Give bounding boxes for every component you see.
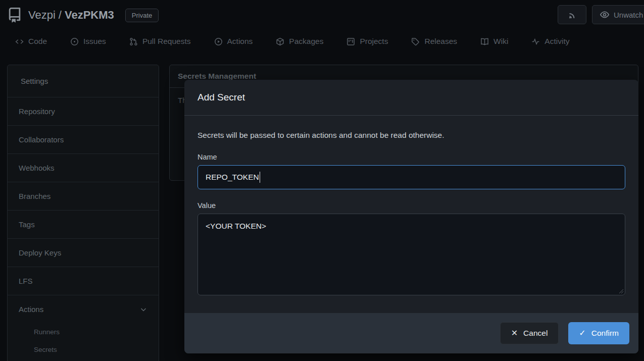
sidebar-item-deploy-keys[interactable]: Deploy Keys — [8, 239, 159, 267]
tab-projects[interactable]: Projects — [346, 37, 388, 46]
actions-icon — [214, 37, 223, 46]
repo-title: Vezpi/VezPKM3 — [28, 9, 114, 22]
sidebar-item-lfs[interactable]: LFS — [8, 267, 159, 295]
header-actions: Unwatch — [558, 5, 644, 24]
tab-releases[interactable]: Releases — [411, 37, 457, 46]
eye-icon — [600, 10, 610, 20]
activity-icon — [531, 37, 540, 46]
repo-owner-link[interactable]: Vezpi — [28, 9, 56, 21]
tab-label: Actions — [227, 37, 253, 46]
rss-feed-button[interactable] — [558, 5, 586, 24]
repo-book-icon — [7, 8, 22, 23]
code-icon — [15, 37, 24, 46]
sidebar-item-actions[interactable]: Actions — [8, 295, 159, 323]
sidebar-subitem-runners[interactable]: Runners — [8, 323, 159, 341]
private-badge: Private — [125, 9, 159, 22]
confirm-label: Confirm — [591, 329, 619, 338]
tag-icon — [411, 37, 420, 46]
tab-label: Wiki — [493, 37, 508, 46]
repo-header: Vezpi/VezPKM3 Private — [7, 5, 159, 25]
secret-value-field-wrap: <YOUR TOKEN> — [197, 214, 625, 295]
tab-label: Packages — [289, 37, 323, 46]
close-icon: ✕ — [511, 329, 518, 337]
resize-handle-icon[interactable] — [617, 287, 624, 294]
name-field-label: Name — [197, 153, 625, 161]
pull-request-icon — [129, 37, 138, 46]
tab-wiki[interactable]: Wiki — [480, 37, 508, 46]
cancel-button[interactable]: ✕ Cancel — [500, 322, 559, 344]
sidebar-item-repository[interactable]: Repository — [8, 97, 159, 126]
secret-name-input[interactable]: REPO_TOKEN — [197, 165, 625, 189]
tab-label: Activity — [544, 37, 569, 46]
project-icon — [346, 37, 355, 46]
tab-packages[interactable]: Packages — [276, 37, 323, 46]
tab-label: Pull Requests — [142, 37, 191, 46]
check-icon: ✓ — [579, 329, 585, 337]
sidebar-header-settings: Settings — [8, 65, 159, 97]
modal-header: Add Secret — [184, 80, 638, 116]
sidebar-item-branches[interactable]: Branches — [8, 182, 159, 211]
repo-title-separator: / — [59, 9, 62, 21]
modal-description: Secrets will be passed to certain action… — [197, 131, 625, 140]
rss-icon — [567, 9, 578, 20]
add-secret-modal: Add Secret Secrets will be passed to cer… — [184, 80, 638, 353]
chevron-down-icon — [139, 305, 147, 314]
unwatch-label: Unwatch — [614, 11, 643, 19]
tab-label: Projects — [360, 37, 388, 46]
package-icon — [276, 37, 284, 46]
tab-actions[interactable]: Actions — [214, 37, 253, 46]
sidebar-subitem-secrets[interactable]: Secrets — [8, 341, 159, 358]
secret-value-textarea[interactable]: <YOUR TOKEN> — [197, 214, 625, 295]
tab-code[interactable]: Code — [15, 37, 47, 46]
cancel-label: Cancel — [523, 329, 548, 338]
tab-label: Releases — [424, 37, 457, 46]
tab-pull-requests[interactable]: Pull Requests — [129, 37, 191, 46]
wiki-icon — [480, 37, 489, 46]
tab-label: Code — [28, 37, 47, 46]
settings-sidebar: Settings Repository Collaborators Webhoo… — [7, 65, 159, 361]
tab-activity[interactable]: Activity — [531, 37, 569, 46]
gitea-repo-settings-page: Vezpi/VezPKM3 Private Unwatch Code — [0, 0, 644, 361]
modal-body: Secrets will be passed to certain action… — [184, 116, 638, 295]
issue-icon — [70, 37, 79, 46]
tab-issues[interactable]: Issues — [70, 37, 106, 46]
modal-title: Add Secret — [197, 92, 625, 103]
sidebar-item-webhooks[interactable]: Webhooks — [8, 154, 159, 182]
sidebar-item-collaborators[interactable]: Collaborators — [8, 126, 159, 154]
modal-footer: ✕ Cancel ✓ Confirm — [184, 313, 638, 353]
tab-label: Issues — [83, 37, 106, 46]
repo-name-link[interactable]: VezPKM3 — [65, 9, 114, 21]
sidebar-item-tags[interactable]: Tags — [8, 211, 159, 239]
text-cursor — [260, 172, 261, 183]
unwatch-button[interactable]: Unwatch — [592, 5, 644, 24]
secret-name-value: REPO_TOKEN — [206, 173, 259, 182]
sidebar-actions-label: Actions — [19, 304, 43, 314]
value-field-label: Value — [197, 201, 625, 210]
repo-nav: Code Issues Pull Requests Actions Packag… — [15, 31, 569, 51]
confirm-button[interactable]: ✓ Confirm — [568, 322, 629, 344]
